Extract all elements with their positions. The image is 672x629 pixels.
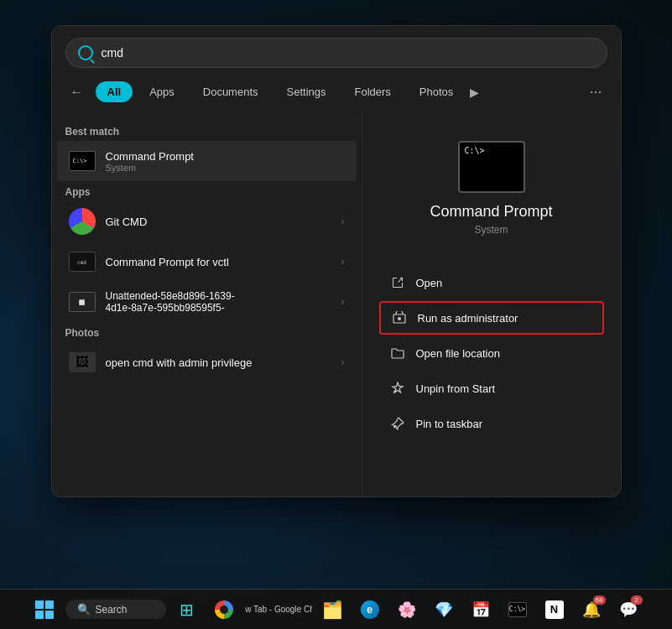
taskbar-search-bar[interactable]: 🔍 Search	[65, 600, 166, 619]
command-prompt-icon	[69, 148, 96, 174]
vctl-arrow: ›	[341, 256, 345, 268]
best-match-subtitle: System	[106, 163, 345, 173]
unattended-title: Unattended-58e8d896-1639-4d1e-8a7e-595bb…	[106, 290, 341, 314]
app-preview: Command Prompt System	[379, 124, 604, 263]
unpin-from-start-label: Unpin from Start	[416, 382, 496, 395]
left-panel: Best match Command Prompt System Apps Gi…	[52, 111, 362, 496]
git-icon-graphic	[69, 208, 96, 235]
list-item[interactable]: 🖼 open cmd with admin privilege ›	[57, 342, 357, 382]
taskbar-terminal[interactable]: C:\>	[502, 594, 534, 626]
photo-item-title: open cmd with admin privilege	[106, 356, 341, 369]
tab-folders[interactable]: Folders	[343, 81, 403, 102]
unattended-arrow: ›	[341, 296, 345, 308]
open-icon	[389, 274, 406, 291]
whatsapp-badge: 2	[631, 595, 643, 605]
taskbar-search-label: Search	[96, 604, 128, 616]
apps-section-label: Apps	[52, 181, 362, 201]
app-preview-title: Command Prompt	[430, 203, 552, 221]
open-file-location-label: Open file location	[416, 347, 500, 360]
photo-thumb-graphic: 🖼	[69, 352, 96, 372]
taskbar-whatsapp[interactable]: 💬 2	[612, 594, 644, 626]
taskbar: 🔍 Search ⊞ New Tab - Google Chro 🗂️ e 🌸 …	[0, 589, 672, 629]
open-label: Open	[416, 277, 443, 289]
search-bar-container: cmd	[52, 26, 621, 76]
search-input-wrapper[interactable]: cmd	[65, 38, 607, 68]
photo-item-text: open cmd with admin privilege	[106, 356, 341, 369]
action-unpin-from-start[interactable]: Unpin from Start	[379, 372, 604, 405]
list-item[interactable]: Git CMD ›	[57, 201, 357, 242]
action-open[interactable]: Open	[379, 266, 604, 299]
action-run-as-admin[interactable]: Run as administrator	[379, 301, 604, 335]
best-match-text: Command Prompt System	[106, 150, 345, 173]
pin-to-taskbar-label: Pin to taskbar	[416, 418, 483, 430]
run-as-admin-label: Run as administrator	[418, 312, 518, 325]
git-cmd-text: Git CMD	[106, 216, 341, 228]
action-open-file-location[interactable]: Open file location	[379, 336, 604, 370]
taskbar-search-icon: 🔍	[77, 603, 91, 616]
svg-point-1	[398, 317, 401, 320]
app-preview-subtitle: System	[474, 224, 508, 236]
more-tabs-button[interactable]: ▶	[470, 86, 479, 99]
search-input[interactable]: cmd	[102, 46, 595, 60]
taskbar-notion[interactable]: N	[539, 594, 570, 626]
vctl-icon: cmd	[69, 248, 96, 275]
taskbar-app-diamond[interactable]: 💎	[428, 594, 460, 626]
taskbar-notifications[interactable]: 🔔 68	[576, 594, 607, 626]
back-button[interactable]: ←	[64, 81, 91, 103]
windows-logo	[35, 600, 54, 619]
git-cmd-arrow: ›	[341, 216, 345, 227]
photos-section-label: Photos	[52, 322, 362, 342]
tab-documents[interactable]: Documents	[191, 81, 270, 102]
vctl-text: Command Prompt for vctl	[106, 256, 341, 268]
main-content: Best match Command Prompt System Apps Gi…	[52, 111, 621, 496]
windows-start-button[interactable]	[29, 594, 60, 626]
unattended-text: Unattended-58e8d896-1639-4d1e-8a7e-595bb…	[106, 290, 341, 314]
photo-thumb-icon: 🖼	[69, 349, 96, 376]
best-match-title: Command Prompt	[106, 150, 345, 163]
taskbar-explorer[interactable]: 🗂️	[317, 594, 349, 626]
taskbar-new-tab-label[interactable]: New Tab - Google Chro	[245, 594, 312, 626]
filter-tabs: ← All Apps Documents Settings Folders Ph…	[52, 76, 621, 111]
search-icon	[78, 45, 93, 60]
pin-to-taskbar-icon	[389, 415, 406, 432]
open-file-location-icon	[389, 345, 406, 361]
taskbar-edge[interactable]: e	[354, 594, 386, 626]
unattended-icon-graphic: ⬜	[69, 292, 96, 312]
tab-settings[interactable]: Settings	[275, 81, 338, 102]
taskbar-widgets[interactable]: ⊞	[171, 594, 203, 626]
git-cmd-title: Git CMD	[106, 216, 341, 228]
taskbar-chrome[interactable]	[208, 594, 240, 626]
unpin-from-start-icon	[389, 380, 406, 397]
git-cmd-icon	[69, 208, 96, 235]
tab-photos[interactable]: Photos	[408, 81, 465, 102]
action-pin-to-taskbar[interactable]: Pin to taskbar	[379, 407, 604, 440]
photo-item-arrow: ›	[341, 356, 345, 368]
unattended-icon: ⬜	[69, 289, 96, 315]
right-panel: Command Prompt System Open	[362, 111, 621, 496]
taskbar-calendar[interactable]: 📅	[465, 594, 497, 626]
notification-badge: 68	[593, 595, 606, 605]
list-item[interactable]: ⬜ Unattended-58e8d896-1639-4d1e-8a7e-595…	[57, 282, 357, 322]
vctl-icon-graphic: cmd	[69, 252, 96, 272]
start-menu: cmd ← All Apps Documents Settings Folder…	[51, 25, 622, 497]
actions-list: Open Run as administrator	[379, 266, 604, 442]
more-options-button[interactable]: ···	[582, 80, 608, 104]
app-preview-icon	[458, 141, 525, 193]
tab-apps[interactable]: Apps	[138, 81, 186, 102]
best-match-label: Best match	[52, 121, 362, 141]
cmd-icon-graphic	[69, 151, 96, 171]
best-match-item[interactable]: Command Prompt System	[57, 141, 357, 181]
run-as-admin-icon	[391, 309, 408, 326]
vctl-title: Command Prompt for vctl	[106, 256, 341, 268]
taskbar-app-flower[interactable]: 🌸	[391, 594, 423, 626]
tab-all[interactable]: All	[96, 81, 133, 102]
list-item[interactable]: cmd Command Prompt for vctl ›	[57, 242, 357, 282]
